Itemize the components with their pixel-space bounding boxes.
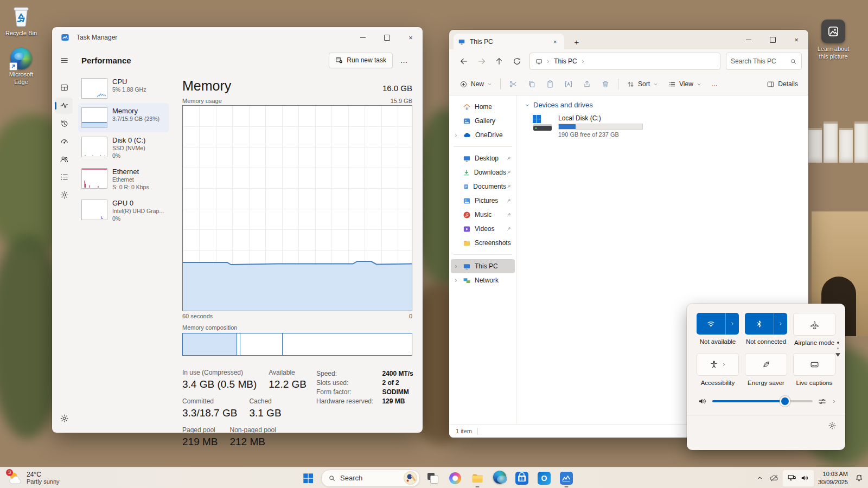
perf-item-memory[interactable]: Memory3.7/15.9 GB (23%): [78, 103, 169, 132]
sidebar-item-music[interactable]: Music: [451, 208, 515, 222]
expand-chevron-icon[interactable]: [454, 278, 458, 283]
file-explorer-taskbar-button[interactable]: [468, 469, 487, 487]
details-tab[interactable]: [55, 169, 73, 185]
sidebar-item-home[interactable]: Home: [451, 100, 515, 114]
new-tab-button[interactable]: +: [570, 35, 584, 49]
volume-slider-thumb[interactable]: [780, 396, 790, 407]
view-button[interactable]: View: [663, 76, 706, 92]
perf-item-gpu[interactable]: GPU 0Intel(R) UHD Grap...0%: [78, 195, 169, 227]
sidebar-item-network[interactable]: Network: [451, 273, 515, 287]
close-button[interactable]: ×: [784, 30, 808, 49]
energy-saver-button[interactable]: [745, 353, 787, 376]
sidebar-item-onedrive[interactable]: OneDrive: [451, 128, 515, 142]
sidebar-item-pictures[interactable]: Pictures: [451, 194, 515, 208]
app-history-tab[interactable]: [55, 115, 73, 132]
outlook-taskbar-button[interactable]: O: [535, 469, 553, 487]
sidebar-item-documents[interactable]: Documents: [451, 179, 515, 194]
audio-output-chevron[interactable]: [832, 399, 837, 404]
bluetooth-toggle[interactable]: [745, 313, 787, 335]
task-manager-taskbar-button[interactable]: [557, 469, 576, 487]
startup-apps-tab[interactable]: [55, 133, 73, 150]
chevron-down-icon: [697, 82, 701, 87]
drive-local-disk-c[interactable]: Local Disk (C:) 190 GB free of 237 GB: [532, 114, 801, 138]
live-captions-button[interactable]: [793, 353, 835, 376]
copy-button[interactable]: [522, 76, 541, 92]
scroll-down-icon[interactable]: [835, 353, 840, 357]
maximize-button[interactable]: [375, 28, 399, 47]
close-button[interactable]: ×: [399, 28, 423, 47]
edge-taskbar-button[interactable]: [490, 469, 509, 487]
paste-button[interactable]: [541, 76, 559, 92]
wifi-toggle[interactable]: [697, 313, 739, 335]
sidebar-item-this-pc[interactable]: This PC: [451, 259, 515, 273]
details-pane-button[interactable]: Details: [762, 76, 803, 92]
task-manager-titlebar[interactable]: Task Manager ×: [52, 27, 423, 48]
back-button[interactable]: [456, 53, 473, 69]
desktop-icon-learn-about-picture[interactable]: Learn about this picture: [812, 20, 855, 61]
tray-clock[interactable]: 10:03 AM 30/09/2025: [818, 470, 848, 486]
sidebar-item-screenshots[interactable]: Screenshots: [451, 236, 515, 250]
sidebar-item-downloads[interactable]: Downloads: [451, 165, 515, 179]
minimize-button[interactable]: [351, 28, 375, 47]
start-button[interactable]: [299, 469, 317, 487]
run-new-task-button[interactable]: Run new task: [329, 53, 393, 68]
group-header-devices-and-drives[interactable]: Devices and drives: [525, 101, 801, 109]
perf-item-disk[interactable]: Disk 0 (C:)SSD (NVMe)0%: [78, 132, 169, 164]
forward-button[interactable]: [474, 53, 490, 69]
onedrive-tray-button[interactable]: [767, 470, 781, 486]
share-button[interactable]: [578, 76, 596, 92]
sort-button[interactable]: Sort: [622, 76, 663, 92]
up-button[interactable]: [491, 53, 508, 69]
search-box[interactable]: Search This PC: [726, 53, 802, 70]
perf-item-cpu[interactable]: CPU5% 1.88 GHz: [78, 74, 169, 103]
memory-composition-bar[interactable]: [182, 333, 412, 356]
new-button[interactable]: New: [455, 76, 497, 92]
chevron-right-icon[interactable]: [546, 59, 551, 64]
breadcrumb[interactable]: This PC: [554, 57, 577, 65]
sidebar-item-videos[interactable]: Videos: [451, 222, 515, 236]
toolbar-more-button[interactable]: …: [706, 76, 723, 92]
settings-gear-icon[interactable]: [828, 421, 837, 430]
quick-settings-page-indicator[interactable]: [835, 342, 840, 357]
desktop-icon-recycle-bin[interactable]: Recycle Bin: [0, 3, 42, 37]
sidebar-item-gallery[interactable]: Gallery: [451, 114, 515, 128]
speaker-icon[interactable]: [698, 396, 707, 406]
bluetooth-expand-chevron[interactable]: [774, 313, 787, 335]
users-tab[interactable]: [55, 151, 73, 168]
cut-button[interactable]: [504, 76, 522, 92]
ethernet-mini-graph: [81, 168, 107, 189]
maximize-button[interactable]: [761, 30, 784, 49]
volume-slider[interactable]: [712, 400, 813, 402]
minimize-button[interactable]: [737, 30, 761, 49]
delete-button[interactable]: [596, 76, 615, 92]
tab-this-pc[interactable]: This PC ×: [454, 34, 564, 49]
rename-button[interactable]: [559, 76, 578, 92]
performance-tab[interactable]: [55, 98, 73, 114]
desktop-icon-microsoft-edge[interactable]: Microsoft Edge: [0, 48, 42, 86]
expand-chevron-icon[interactable]: [454, 133, 458, 138]
expand-chevron-icon[interactable]: [454, 264, 458, 269]
accessibility-button[interactable]: [697, 353, 739, 376]
perf-item-ethernet[interactable]: EthernetEthernetS: 0 R: 0 Kbps: [78, 164, 169, 195]
copilot-button[interactable]: [446, 469, 464, 487]
services-tab[interactable]: [55, 187, 73, 203]
task-manager-settings-button[interactable]: [55, 410, 73, 426]
taskbar-search-box[interactable]: Search: [321, 470, 420, 487]
more-options-button[interactable]: …: [396, 53, 412, 68]
task-view-button[interactable]: [424, 469, 442, 487]
refresh-button[interactable]: [509, 53, 526, 69]
volume-mixer-icon[interactable]: [818, 397, 827, 406]
sidebar-item-desktop[interactable]: Desktop: [451, 151, 515, 165]
tray-show-hidden-icons-button[interactable]: [754, 470, 765, 486]
chevron-right-icon[interactable]: [580, 59, 585, 64]
network-volume-tray-button[interactable]: [783, 470, 814, 486]
navigation-menu-button[interactable]: [55, 53, 73, 69]
address-bar[interactable]: This PC: [529, 53, 720, 70]
notification-center-button[interactable]: z: [852, 470, 866, 486]
airplane-mode-toggle[interactable]: [793, 313, 835, 336]
processes-tab[interactable]: [55, 80, 73, 96]
tab-close-icon[interactable]: ×: [550, 37, 560, 47]
weather-widget[interactable]: 3 24°C Partly sunny: [4, 467, 63, 488]
wifi-expand-chevron[interactable]: [726, 313, 739, 335]
microsoft-store-button[interactable]: [513, 469, 531, 487]
